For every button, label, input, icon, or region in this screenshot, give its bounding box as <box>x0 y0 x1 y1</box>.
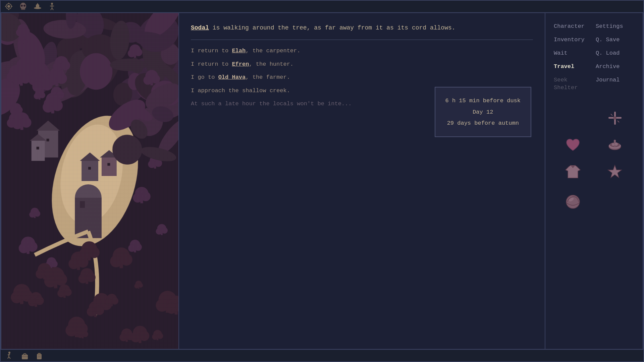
menu-qsave[interactable]: Q. Save <box>594 33 636 47</box>
side-panel: Character Settings Inventory Q. Save Wai… <box>545 13 643 349</box>
top-bar <box>1 1 643 12</box>
clothing-icon[interactable] <box>563 162 583 182</box>
svg-point-23 <box>613 116 616 120</box>
svg-point-9 <box>23 5 25 7</box>
time-day: Day 12 <box>445 108 521 117</box>
skull-icon[interactable] <box>18 2 28 11</box>
svg-line-42 <box>9 357 10 359</box>
time-popup: 6 h 15 min before dusk Day 12 29 days be… <box>435 87 531 137</box>
item-icon[interactable] <box>35 351 44 360</box>
svg-point-16 <box>51 3 53 5</box>
svg-point-1 <box>7 5 10 8</box>
svg-line-43 <box>8 354 10 355</box>
svg-rect-47 <box>38 353 41 355</box>
svg-point-8 <box>21 5 23 7</box>
menu-settings[interactable]: Settings <box>594 20 636 33</box>
map-panel <box>1 13 179 349</box>
food-icon[interactable] <box>605 135 625 155</box>
figure-icon[interactable] <box>47 2 57 11</box>
action-item-1[interactable]: I return to Elah, the carpenter. <box>191 47 533 55</box>
action-item-3[interactable]: I go to Old Hava, the farmer. <box>191 73 533 82</box>
svg-point-31 <box>614 145 616 147</box>
health-icon[interactable] <box>563 135 583 155</box>
sun-icon[interactable] <box>4 2 13 11</box>
menu-inventory[interactable]: Inventory <box>552 33 594 47</box>
menu-seekshelter: Seek Shelter <box>552 73 594 95</box>
bag-icon[interactable] <box>20 351 30 360</box>
npc-efren: Efren <box>232 61 249 67</box>
tools-icon[interactable] <box>605 108 625 128</box>
svg-rect-32 <box>614 140 616 143</box>
time-before-season: 29 days before autumn <box>445 119 521 128</box>
intro-text-content: is walking around the tree, as far away … <box>209 24 455 31</box>
svg-marker-35 <box>608 165 622 178</box>
menu-travel[interactable]: Travel <box>552 60 594 73</box>
narrative-intro: Sodal is walking around the tree, as far… <box>191 23 533 33</box>
svg-rect-46 <box>37 354 42 359</box>
menu-journal[interactable]: Journal <box>594 73 636 95</box>
orb-icon[interactable] <box>563 192 583 212</box>
menu-grid: Character Settings Inventory Q. Save Wai… <box>552 20 636 95</box>
star-icon[interactable] <box>605 162 625 182</box>
map-canvas <box>1 13 178 349</box>
intro-character: Sodal <box>191 24 209 31</box>
menu-character[interactable]: Character <box>552 20 594 33</box>
icon-grid <box>552 105 636 215</box>
walk-icon[interactable] <box>6 351 15 360</box>
menu-qload[interactable]: Q. Load <box>594 47 636 60</box>
svg-line-20 <box>52 8 53 10</box>
game-container: Sodal is walking around the tree, as far… <box>0 0 644 362</box>
text-divider <box>191 40 533 40</box>
text-panel: Sodal is walking around the tree, as far… <box>179 13 545 349</box>
svg-marker-15 <box>36 3 39 5</box>
time-before-dusk: 6 h 15 min before dusk <box>445 96 521 105</box>
svg-point-38 <box>8 352 10 354</box>
svg-line-24 <box>611 114 612 116</box>
svg-line-25 <box>618 121 619 122</box>
bottom-bar <box>1 350 643 361</box>
npc-elah: Elah <box>232 48 246 54</box>
menu-wait[interactable]: Wait <box>552 47 594 60</box>
action-item-2[interactable]: I return to Efren, the hunter. <box>191 60 533 69</box>
svg-point-36 <box>566 195 580 208</box>
npc-old-hava: Old Hava <box>218 74 246 80</box>
svg-rect-44 <box>22 355 28 359</box>
main-content: Sodal is walking around the tree, as far… <box>1 12 643 349</box>
menu-archive[interactable]: Archive <box>594 60 636 73</box>
hat-icon[interactable] <box>33 2 42 11</box>
